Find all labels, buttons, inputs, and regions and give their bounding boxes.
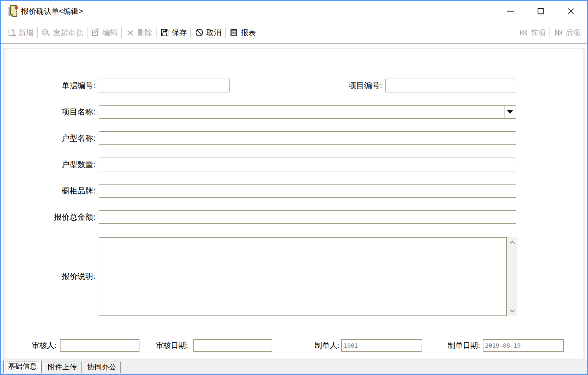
window-title: 报价确认单<编辑> xyxy=(21,1,83,22)
toolbar-nav: 前项 后项 xyxy=(516,27,587,38)
toolbar-divider xyxy=(1,43,587,44)
tab-attachment-upload-label: 附件上传 xyxy=(48,363,77,371)
start-approval-icon: OA xyxy=(41,28,51,37)
house-qty-input[interactable] xyxy=(99,158,516,171)
previous-item-label: 前项 xyxy=(531,28,546,38)
edit-icon xyxy=(91,28,100,37)
toolbar: 新增 OA 发起审批 编辑 xyxy=(1,22,587,43)
maximize-button[interactable] xyxy=(526,1,556,22)
previous-item-button[interactable]: 前项 xyxy=(516,28,550,38)
document-icon xyxy=(8,5,18,18)
house-qty-label: 户型数量: xyxy=(26,158,95,171)
edit-button-label: 编辑 xyxy=(103,28,118,38)
minimize-button[interactable] xyxy=(495,1,526,22)
svg-text:OA: OA xyxy=(43,31,48,34)
creator-label: 制单人: xyxy=(290,339,339,352)
scroll-down-button[interactable] xyxy=(507,306,517,315)
project-name-label: 项目名称: xyxy=(26,105,95,119)
report-button-label: 报表 xyxy=(241,28,256,38)
reviewer-input[interactable] xyxy=(60,339,139,352)
project-no-label: 项目编号: xyxy=(313,79,382,92)
creator-input[interactable] xyxy=(341,339,422,352)
next-item-button[interactable]: 后项 xyxy=(550,28,584,38)
quote-total-input[interactable] xyxy=(99,210,516,224)
house-type-input[interactable] xyxy=(99,131,516,145)
notes-scrollbar[interactable] xyxy=(507,237,517,316)
window-controls xyxy=(495,1,586,22)
chevron-up-icon xyxy=(509,241,515,244)
edit-button[interactable]: 编辑 xyxy=(87,28,121,38)
previous-record-icon xyxy=(519,28,528,37)
project-no-input[interactable] xyxy=(385,79,516,92)
new-button-label: 新增 xyxy=(18,28,34,38)
app-window: 报价确认单<编辑> 新增 xyxy=(0,0,588,375)
chevron-down-icon xyxy=(507,110,513,114)
project-name-combobox[interactable] xyxy=(99,105,516,119)
chevron-down-icon xyxy=(509,309,515,312)
save-icon xyxy=(160,28,169,37)
tab-attachment-upload[interactable]: 附件上传 xyxy=(43,362,82,373)
doc-no-input[interactable] xyxy=(99,79,230,92)
minimize-icon xyxy=(507,8,514,15)
report-icon xyxy=(229,28,238,37)
tab-basic-info-label: 基础信息 xyxy=(6,362,39,371)
tab-collaboration[interactable]: 协同办公 xyxy=(83,362,121,373)
cancel-button-label: 取消 xyxy=(206,28,221,38)
start-approval-label: 发起审批 xyxy=(53,28,83,38)
doc-no-label: 单据编号: xyxy=(26,79,95,92)
cabinet-brand-label: 橱柜品牌: xyxy=(26,184,95,198)
review-date-label: 审核日期: xyxy=(135,339,188,352)
quote-note-label: 报价说明: xyxy=(26,269,95,283)
reviewer-label: 审核人: xyxy=(7,339,57,352)
delete-button[interactable]: 删除 xyxy=(122,28,156,38)
create-date-input[interactable] xyxy=(483,339,564,352)
quote-total-label: 报价总金额: xyxy=(26,210,95,224)
cancel-button[interactable]: 取消 xyxy=(191,28,225,38)
project-name-dropdown-button[interactable] xyxy=(504,105,516,119)
start-approval-button[interactable]: OA 发起审批 xyxy=(38,28,87,38)
new-button[interactable]: 新增 xyxy=(3,28,37,38)
close-icon xyxy=(567,8,575,15)
new-record-icon xyxy=(7,28,16,37)
quote-note-textarea[interactable] xyxy=(99,237,507,316)
save-button-label: 保存 xyxy=(172,28,187,38)
tab-strip: 基础信息 附件上传 协同办公 xyxy=(1,360,587,374)
house-type-label: 户型名称: xyxy=(26,131,95,145)
create-date-label: 制单日期: xyxy=(428,339,480,352)
maximize-icon xyxy=(537,8,544,15)
close-button[interactable] xyxy=(556,1,586,22)
delete-button-label: 删除 xyxy=(137,28,152,38)
scroll-up-button[interactable] xyxy=(507,238,517,247)
cabinet-brand-input[interactable] xyxy=(99,184,516,198)
title-bar: 报价确认单<编辑> xyxy=(1,1,587,22)
delete-icon xyxy=(126,28,135,37)
cancel-icon xyxy=(195,28,204,37)
save-button[interactable]: 保存 xyxy=(157,28,190,38)
report-button[interactable]: 报表 xyxy=(226,28,259,38)
tab-collaboration-label: 协同办公 xyxy=(87,363,116,371)
review-date-input[interactable] xyxy=(193,339,272,352)
tab-basic-info[interactable]: 基础信息 xyxy=(3,361,42,373)
next-item-label: 后项 xyxy=(565,28,580,38)
next-record-icon xyxy=(554,28,563,37)
